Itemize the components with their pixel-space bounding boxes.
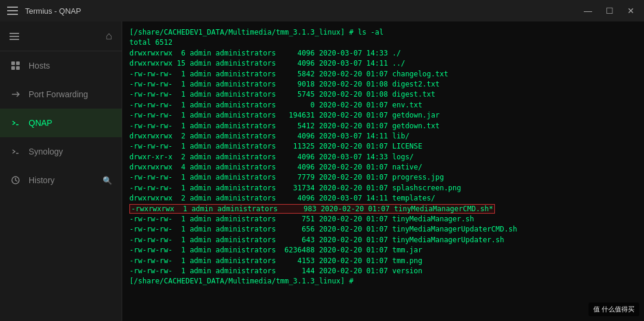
history-label: History xyxy=(29,175,95,185)
titlebar-controls: — ☐ ✕ xyxy=(582,6,637,16)
sidebar-item-history[interactable]: History 🔍 xyxy=(0,166,122,195)
synology-terminal-icon xyxy=(10,146,21,158)
home-icon[interactable]: ⌂ xyxy=(106,30,112,42)
sidebar-hamburger-icon[interactable] xyxy=(10,33,19,40)
maximize-button[interactable]: ☐ xyxy=(603,6,615,16)
highlighted-file-line: -rwxrwxrwx 1 admin administrators 983 20… xyxy=(129,204,495,214)
port-forwarding-icon xyxy=(10,88,21,100)
terminal[interactable]: [/share/CACHEDEV1_DATA/Multimedia/tmm_3.… xyxy=(122,21,644,321)
close-button[interactable]: ✕ xyxy=(625,6,637,16)
history-search-icon[interactable]: 🔍 xyxy=(103,176,112,185)
hosts-icon xyxy=(10,60,21,72)
hamburger-icon[interactable] xyxy=(7,7,18,15)
hosts-label: Hosts xyxy=(29,61,112,70)
svg-rect-2 xyxy=(11,66,15,70)
titlebar-left: Termius - QNAP xyxy=(7,7,81,16)
history-icon xyxy=(10,174,21,186)
terminal-content: [/share/CACHEDEV1_DATA/Multimedia/tmm_3.… xyxy=(129,27,637,287)
qnap-terminal-icon xyxy=(10,117,21,129)
svg-rect-3 xyxy=(16,66,20,70)
sidebar-top: ⌂ xyxy=(0,21,122,51)
titlebar: Termius - QNAP — ☐ ✕ xyxy=(0,0,644,21)
sidebar-item-qnap[interactable]: QNAP xyxy=(0,109,122,137)
synology-label: Synology xyxy=(29,147,112,156)
watermark: 值 什么值得买 xyxy=(589,303,639,316)
minimize-button[interactable]: — xyxy=(582,6,594,16)
qnap-label: QNAP xyxy=(29,118,112,128)
titlebar-title: Termius - QNAP xyxy=(25,7,81,16)
main-layout: ⌂ Hosts Port Forwarding xyxy=(0,21,644,321)
sidebar-item-port-forwarding[interactable]: Port Forwarding xyxy=(0,80,122,109)
svg-rect-1 xyxy=(16,61,20,65)
port-forwarding-label: Port Forwarding xyxy=(29,89,112,99)
sidebar-item-hosts[interactable]: Hosts xyxy=(0,51,122,80)
sidebar: ⌂ Hosts Port Forwarding xyxy=(0,21,122,321)
sidebar-item-synology[interactable]: Synology xyxy=(0,137,122,166)
svg-rect-0 xyxy=(11,61,15,65)
